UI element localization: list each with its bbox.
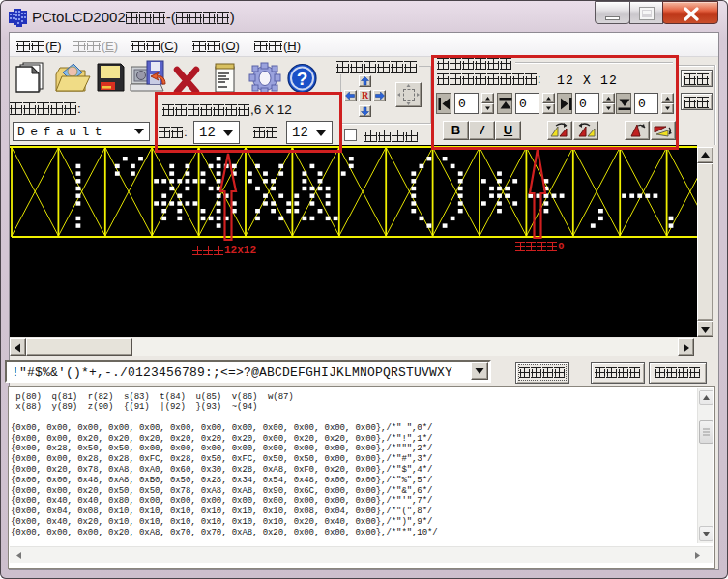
svg-text:?: ? xyxy=(297,69,308,89)
